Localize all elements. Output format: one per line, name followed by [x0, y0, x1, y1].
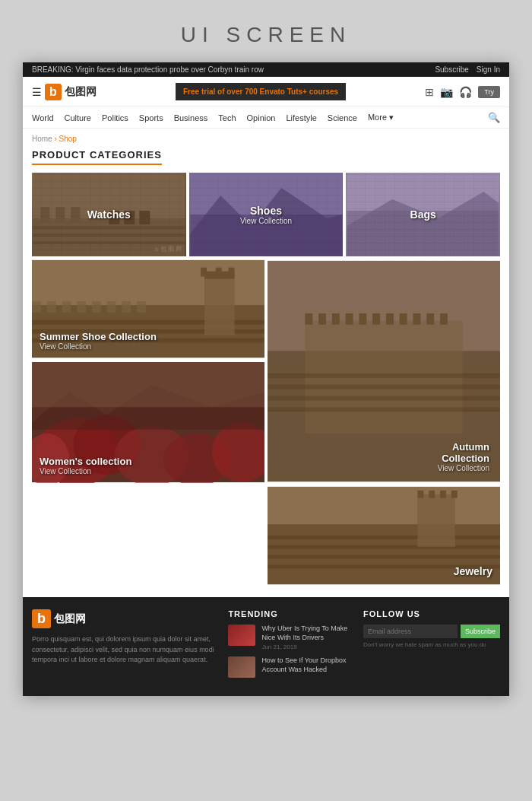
svg-rect-52 — [426, 313, 434, 325]
nav-opinion[interactable]: Opinion — [247, 113, 276, 122]
svg-rect-30 — [77, 301, 86, 313]
nav-tech[interactable]: Tech — [218, 113, 236, 122]
signin-link[interactable]: Sign In — [477, 65, 500, 74]
breaking-text: BREAKING: Virgin faces data protection p… — [32, 65, 264, 74]
try-btn[interactable]: Try — [478, 86, 500, 98]
svg-rect-3 — [33, 234, 185, 237]
womens-sub: View Collection — [40, 467, 131, 475]
svg-rect-53 — [440, 313, 448, 325]
follow-title: FOLLOW US — [363, 609, 500, 618]
jewelry-name: Jewelry — [454, 565, 492, 577]
footer-brand: b 包图网 Porro quisquam est, qui dolorem ip… — [32, 609, 216, 684]
svg-rect-22 — [204, 275, 234, 335]
svg-rect-26 — [229, 268, 235, 277]
category-shoes[interactable]: Shoes View Collection b包图网 — [189, 173, 344, 256]
svg-rect-2 — [33, 226, 185, 229]
svg-rect-62 — [32, 362, 264, 407]
category-summer-shoe[interactable]: Summer Shoe Collection View Collection — [32, 259, 264, 358]
category-jewelry[interactable]: Jewelry — [268, 486, 500, 585]
trending-date-1: Jun 21, 2019 — [261, 644, 351, 650]
header-icons: ⊞ 📷 🎧 Try — [425, 86, 500, 98]
header-banner: Free trial of over 700 Envato Tuts+ cour… — [176, 83, 346, 100]
category-womens[interactable]: Women's collection View Collection — [32, 361, 264, 483]
hamburger-icon[interactable]: ☰ — [32, 86, 42, 98]
logo-b-icon: b — [45, 84, 62, 100]
svg-rect-7 — [71, 207, 80, 222]
autumn-sub: View Collection — [438, 464, 489, 472]
svg-marker-16 — [347, 192, 499, 256]
nav-business[interactable]: Business — [174, 113, 208, 122]
svg-rect-31 — [92, 301, 101, 313]
svg-rect-10 — [139, 211, 150, 224]
svg-rect-44 — [318, 313, 326, 325]
section-title: PRODUCT CATEGORIES — [32, 149, 162, 165]
nav-science[interactable]: Science — [328, 113, 357, 122]
autumn-name: AutumnCollection — [438, 441, 489, 464]
nav-world[interactable]: World — [32, 113, 54, 122]
svg-rect-34 — [137, 301, 146, 313]
watches-name: Watches — [87, 208, 131, 221]
subscribe-link[interactable]: Subscribe — [435, 65, 468, 74]
trending-thumb-1 — [228, 625, 255, 646]
summer-sub: View Collection — [40, 342, 157, 351]
svg-rect-4 — [33, 241, 185, 244]
trending-title-1: Why Uber Is Trying To Make Nice With Its… — [261, 625, 351, 642]
trending-thumb-2 — [228, 656, 255, 678]
svg-rect-69 — [417, 494, 454, 547]
main-content: Home › Shop PRODUCT CATEGORIES — [23, 129, 509, 597]
breadcrumb: Home › Shop — [32, 135, 500, 143]
trending-item-1[interactable]: Why Uber Is Trying To Make Nice With Its… — [228, 625, 351, 650]
svg-rect-41 — [268, 396, 500, 401]
svg-rect-65 — [268, 536, 500, 539]
shoes-name: Shoes — [240, 205, 292, 217]
category-autumn[interactable]: AutumnCollection View Collection — [268, 259, 500, 483]
trending-item-2[interactable]: How to See If Your Dropbox Account Was H… — [228, 656, 351, 678]
svg-rect-45 — [332, 313, 340, 325]
footer-logo-text: 包图网 — [54, 612, 86, 626]
nav-lifestyle[interactable]: Lifestyle — [286, 113, 316, 122]
summer-name: Summer Shoe Collection — [40, 331, 157, 342]
nav-culture[interactable]: Culture — [65, 113, 91, 122]
svg-rect-6 — [55, 207, 65, 222]
shoes-sub: View Collection — [240, 217, 292, 225]
category-row-1: Watches b包图网 Shoes — [32, 173, 500, 585]
footer-b-icon: b — [32, 609, 51, 628]
category-bags[interactable]: Bags b包图网 — [346, 173, 500, 256]
svg-rect-73 — [451, 491, 458, 498]
footer-follow: FOLLOW US Subscribe Don't worry we hate … — [363, 609, 500, 684]
svg-rect-1 — [33, 218, 185, 256]
headphone-icon[interactable]: 🎧 — [459, 86, 472, 98]
logo[interactable]: ☰ b 包图网 — [32, 84, 97, 100]
svg-rect-47 — [359, 313, 366, 325]
breadcrumb-home[interactable]: Home — [32, 135, 52, 143]
svg-rect-33 — [122, 301, 131, 313]
svg-rect-51 — [413, 313, 420, 325]
category-watches[interactable]: Watches b包图网 — [32, 173, 186, 256]
svg-rect-42 — [268, 407, 500, 412]
svg-rect-43 — [305, 313, 312, 325]
breaking-bar: BREAKING: Virgin faces data protection p… — [23, 62, 509, 77]
search-icon-nav[interactable]: 🔍 — [488, 112, 500, 123]
svg-rect-50 — [400, 313, 407, 325]
svg-rect-29 — [62, 301, 71, 313]
breadcrumb-current: Shop — [59, 135, 77, 143]
follow-note: Don't worry we hate spam as much as you … — [363, 641, 500, 648]
svg-rect-40 — [268, 385, 500, 389]
nav-more[interactable]: More ▾ — [368, 113, 394, 122]
site-header: ☰ b 包图网 Free trial of over 700 Envato Tu… — [23, 77, 509, 107]
bags-name: Bags — [410, 208, 436, 221]
nav-politics[interactable]: Politics — [102, 113, 128, 122]
camera-icon[interactable]: 📷 — [440, 86, 453, 98]
footer: b 包图网 Porro quisquam est, qui dolorem ip… — [23, 597, 509, 696]
main-nav: World Culture Politics Sports Business T… — [23, 107, 509, 129]
grid-icon[interactable]: ⊞ — [425, 86, 434, 98]
svg-rect-66 — [268, 545, 500, 549]
subscribe-button[interactable]: Subscribe — [461, 625, 500, 638]
svg-rect-49 — [386, 313, 394, 325]
email-input[interactable] — [363, 625, 458, 638]
svg-rect-32 — [107, 301, 116, 313]
nav-sports[interactable]: Sports — [139, 113, 163, 122]
svg-rect-24 — [201, 268, 207, 277]
logo-text: 包图网 — [65, 85, 97, 99]
svg-rect-25 — [216, 268, 222, 277]
